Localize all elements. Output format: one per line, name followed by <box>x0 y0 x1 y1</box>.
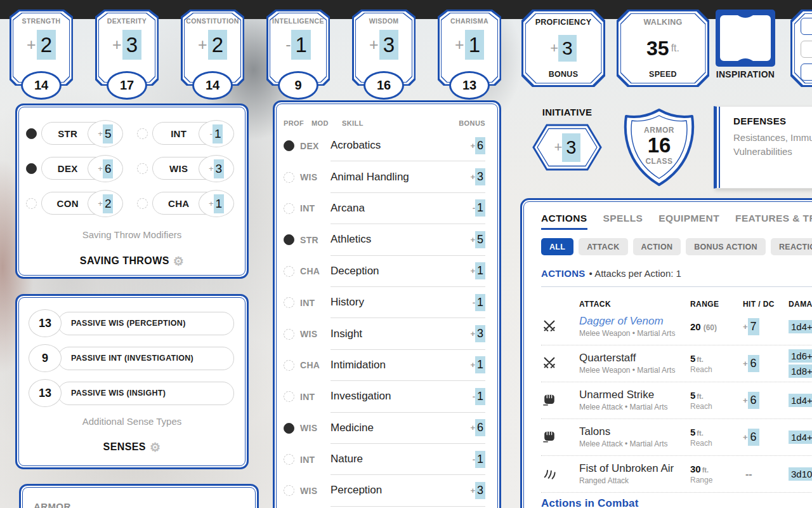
ability-card[interactable]: DEXTERITY +3 17 <box>95 10 159 86</box>
initiative-box[interactable]: +3 <box>532 123 603 171</box>
attack-hit-bonus[interactable]: +6 <box>743 392 789 409</box>
skill-bonus[interactable]: +6 <box>470 419 485 436</box>
attack-hit-bonus[interactable]: -- <box>743 467 789 482</box>
attack-damage[interactable]: 1d4+3 <box>789 394 812 407</box>
skill-row[interactable]: WIS Perception +3 <box>275 475 499 506</box>
saving-throw-row[interactable]: CON +2 <box>26 191 122 215</box>
filter-pill[interactable]: BONUS ACTION <box>686 238 766 255</box>
hp-damage-button[interactable] <box>801 64 812 81</box>
ability-modifier[interactable]: -1 <box>285 30 311 60</box>
skill-row[interactable]: INT History -1 <box>275 287 499 318</box>
skill-row[interactable]: INT Nature -1 <box>275 444 499 475</box>
skill-bonus[interactable]: -1 <box>473 388 485 405</box>
skill-bonus[interactable]: -1 <box>473 294 485 311</box>
ability-card[interactable]: WISDOM +3 16 <box>352 10 416 86</box>
ability-modifier[interactable]: +2 <box>198 30 227 60</box>
attack-name[interactable]: Fist of Unbroken Air <box>579 463 690 475</box>
skill-row[interactable]: CHA Deception +1 <box>275 256 499 287</box>
attack-row[interactable]: Fist of Unbroken Air Ranged Attack 30ft.… <box>541 456 812 493</box>
attack-row[interactable]: Talons Melee Attack • Martial Arts 5ft. … <box>541 419 812 456</box>
skill-row[interactable]: WIS Animal Handling +3 <box>275 161 499 192</box>
skill-bonus[interactable]: +3 <box>470 325 485 342</box>
skill-bonus[interactable]: +3 <box>470 482 485 499</box>
hp-heal-button[interactable] <box>801 18 812 35</box>
ability-card[interactable]: STRENGTH +2 14 <box>10 10 73 86</box>
skill-row[interactable]: CHA Intimidation +1 <box>275 350 499 381</box>
filter-pill[interactable]: REACTION <box>771 238 812 255</box>
inspiration-box[interactable] <box>716 10 775 67</box>
saving-throw-modifiers-link[interactable]: Saving Throw Modifiers <box>17 229 247 240</box>
attack-name[interactable]: Unarmed Strike <box>579 389 690 401</box>
saving-throw-row[interactable]: STR +5 <box>26 121 122 145</box>
gear-icon[interactable] <box>150 440 160 455</box>
attack-hit-bonus[interactable]: +7 <box>743 318 789 335</box>
skill-bonus[interactable]: +6 <box>470 137 485 154</box>
gear-icon[interactable] <box>173 254 184 269</box>
filter-pill[interactable]: ATTACK <box>579 238 627 255</box>
ability-score[interactable]: 14 <box>21 71 62 100</box>
attack-row[interactable]: Quarterstaff Melee Weapon • Martial Arts… <box>541 345 812 382</box>
filter-pill[interactable]: ACTION <box>633 238 681 255</box>
ability-modifier[interactable]: +1 <box>455 30 484 60</box>
ability-score[interactable]: 16 <box>363 71 404 100</box>
ability-score[interactable]: 14 <box>192 71 233 100</box>
defenses-box[interactable]: DEFENSES Resistances, Immunities, Vulner… <box>714 106 812 189</box>
sense-row[interactable]: 9 PASSIVE INT (INVESTIGATION) <box>29 344 234 372</box>
ability-modifier[interactable]: +3 <box>369 30 398 60</box>
sense-value: 13 <box>29 379 62 407</box>
saving-throw-row[interactable]: INT -1 <box>137 121 233 145</box>
ability-score[interactable]: 9 <box>278 71 318 100</box>
skill-row[interactable]: INT Investigation -1 <box>275 381 499 412</box>
attack-hit-bonus[interactable]: +6 <box>743 355 789 372</box>
tab[interactable]: ACTIONS <box>541 213 587 230</box>
hp-amount-input[interactable] <box>801 41 812 58</box>
saving-throw-row[interactable]: CHA +1 <box>137 191 233 215</box>
sense-row[interactable]: 13 PASSIVE WIS (PERCEPTION) <box>29 309 234 337</box>
ability-card[interactable]: INTELLIGENCE -1 9 <box>266 10 330 86</box>
skill-bonus[interactable]: +1 <box>470 262 485 279</box>
defenses-line: Vulnerabilities <box>733 145 812 159</box>
skill-bonus[interactable]: +3 <box>470 168 485 185</box>
attack-name[interactable]: Quarterstaff <box>579 352 690 364</box>
saving-throw-row[interactable]: DEX +6 <box>26 156 122 180</box>
attack-damage[interactable]: 1d4+3 <box>789 431 812 444</box>
tab[interactable]: SPELLS <box>603 213 643 230</box>
attack-damage[interactable]: 1d4+4 <box>789 320 812 333</box>
sense-row[interactable]: 13 PASSIVE WIS (INSIGHT) <box>29 379 234 407</box>
tab[interactable]: FEATURES & TRAITS <box>735 213 812 230</box>
attack-name[interactable]: Talons <box>579 426 690 438</box>
armor-title: ARMOR <box>34 501 257 508</box>
skill-row[interactable]: STR Athletics +5 <box>275 224 499 255</box>
skill-bonus[interactable]: -1 <box>473 199 485 217</box>
saving-throw-row[interactable]: WIS +3 <box>137 156 233 180</box>
skill-bonus[interactable]: +5 <box>470 231 485 248</box>
proficiency-bonus-box[interactable]: PROFICIENCY +3 BONUS <box>521 10 605 87</box>
ability-score[interactable]: 17 <box>107 71 147 100</box>
walking-speed-box[interactable]: WALKING 35ft. SPEED <box>617 10 709 87</box>
armor-class-box[interactable]: ARMOR 16 CLASS <box>620 107 698 188</box>
attack-hit-bonus[interactable]: +6 <box>743 429 789 446</box>
skill-row[interactable]: WIS Insight +3 <box>275 318 499 349</box>
ability-card[interactable]: CHARISMA +1 13 <box>438 10 501 86</box>
skill-row[interactable]: INT Arcana -1 <box>275 193 499 224</box>
skill-row[interactable]: WIS Medicine +6 <box>275 413 499 444</box>
filter-pill[interactable]: ALL <box>541 238 573 255</box>
skill-bonus[interactable]: +1 <box>470 356 485 373</box>
ability-score[interactable]: 13 <box>449 71 490 100</box>
ability-modifier[interactable]: +2 <box>27 30 56 60</box>
attack-row[interactable]: Unarmed Strike Melee Attack • Martial Ar… <box>541 382 812 419</box>
ability-card[interactable]: CONSTITUTION +2 14 <box>181 10 244 86</box>
attack-row[interactable]: Dagger of Venom Melee Weapon • Martial A… <box>541 309 812 345</box>
proficiency-dot <box>284 172 294 183</box>
skill-ability: CHA <box>300 266 331 276</box>
saving-throw-value: +3 <box>199 155 234 182</box>
attack-name[interactable]: Dagger of Venom <box>579 316 690 328</box>
attack-range: 5 <box>690 427 695 438</box>
attack-damage[interactable]: 3d10 <box>789 467 812 481</box>
skill-bonus[interactable]: -1 <box>473 451 485 468</box>
ability-modifier[interactable]: +3 <box>112 30 141 60</box>
attack-damage[interactable]: 1d6+31d8+3 <box>789 349 812 378</box>
tab[interactable]: EQUIPMENT <box>658 213 719 230</box>
additional-sense-types-link[interactable]: Additional Sense Types <box>17 416 247 427</box>
skill-row[interactable]: DEX Acrobatics +6 <box>275 130 499 161</box>
